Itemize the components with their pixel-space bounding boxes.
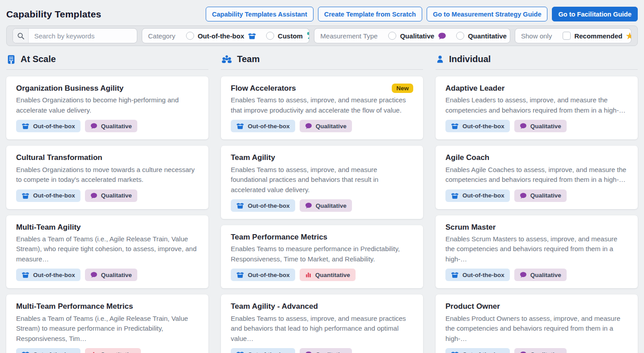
template-card[interactable]: Agile Coach Enables Agile Coaches to ass… [436, 146, 638, 209]
qualitative-badge: Qualitative [300, 120, 352, 132]
card-head: Team Agility [231, 153, 413, 162]
card-description: Enables a Team of Teams (i.e., Agile Rel… [16, 314, 199, 344]
badge-label: Quantitative [101, 351, 136, 353]
template-card[interactable]: Product Owner Enables Product Owners to … [436, 294, 638, 353]
template-card[interactable]: Organization Business Agility Enables Or… [6, 76, 208, 139]
out-of-the-box-badge: Out-of-the-box [16, 189, 80, 202]
option-label: Quantitative [468, 32, 507, 40]
badge-row: Out-of-the-box Qualitative [445, 189, 628, 202]
qualitative-badge: Qualitative [300, 348, 352, 353]
show-only-label: Show only [515, 32, 558, 40]
template-card[interactable]: Multi-Team Performance Metrics Enables a… [6, 294, 208, 353]
card-description: Enables Leaders to assess, improve, and … [445, 95, 628, 115]
badge-row: Out-of-the-box Qualitative [445, 269, 628, 281]
out-of-the-box-badge: Out-of-the-box [445, 189, 510, 202]
badge-label: Qualitative [101, 272, 132, 278]
badge-label: Qualitative [316, 351, 347, 353]
team-icon [221, 55, 233, 64]
column-header-at-scale: At Scale [6, 54, 208, 70]
measurement-option-quantitative[interactable]: Quantitative [451, 32, 510, 40]
qualitative-radio[interactable] [388, 32, 396, 40]
template-card[interactable]: Scrum Master Enables Scrum Masters to as… [436, 215, 638, 289]
template-card[interactable]: Cultural Transformation Enables Organiza… [6, 146, 208, 209]
speech-bubble-icon [90, 271, 97, 278]
building-icon [6, 55, 16, 64]
speech-bubble-icon [520, 271, 527, 278]
card-head: Organization Business Agility [16, 84, 199, 93]
card-title: Multi-Team Agility [16, 223, 81, 232]
facilitation-guide-button[interactable]: Go to Facilitation Guide [552, 7, 638, 21]
out-of-the-box-badge: Out-of-the-box [16, 120, 80, 132]
badge-row: Out-of-the-box Qualitative [16, 120, 199, 132]
column-title: Individual [449, 54, 491, 64]
box-icon [236, 351, 244, 353]
card-head: Scrum Master [445, 223, 628, 232]
template-card[interactable]: Multi-Team Agility Enables a Team of Tea… [6, 215, 208, 289]
box-icon [236, 122, 244, 130]
template-card[interactable]: Flow Accelerators New Enables Teams to a… [221, 76, 423, 139]
category-option-custom[interactable]: Custom [261, 31, 309, 40]
measurement-type-label: Measurement Type [314, 32, 383, 40]
recommended-checkbox[interactable] [563, 32, 571, 40]
card-title: Multi-Team Performance Metrics [16, 302, 133, 311]
box-icon [21, 122, 30, 130]
show-only-recommended-option[interactable]: Recommended ★ [558, 32, 631, 40]
card-title: Agile Coach [445, 153, 489, 162]
card-head: Team Agility - Advanced [231, 302, 413, 311]
quantitative-badge: Quantitative [85, 348, 141, 353]
qualitative-badge: Qualitative [85, 120, 137, 132]
template-card[interactable]: Adaptive Leader Enables Leaders to asses… [436, 76, 638, 139]
measurement-option-qualitative[interactable]: Qualitative [383, 32, 451, 40]
speech-bubble-icon [305, 351, 312, 353]
capability-templates-assistant-button[interactable]: Capability Templates Assistant [206, 7, 314, 21]
quantitative-radio[interactable] [456, 32, 464, 40]
star-icon: ★ [626, 32, 631, 40]
template-card[interactable]: Team Agility - Advanced Enables Teams to… [221, 294, 423, 353]
card-description: Enables Teams to assess, improve, and me… [231, 165, 413, 195]
card-title: Team Agility [231, 153, 275, 162]
measurement-strategy-guide-button[interactable]: Go to Measurement Strategy Guide [427, 7, 548, 21]
badge-label: Out-of-the-box [462, 192, 504, 199]
category-option-out-of-the-box[interactable]: Out-of-the-box [181, 32, 261, 40]
badge-row: Out-of-the-box Qualitative [16, 269, 199, 281]
tools-icon [306, 31, 309, 40]
search-input[interactable] [29, 32, 137, 40]
speech-bubble-icon [90, 122, 97, 130]
out-of-the-box-badge: Out-of-the-box [445, 348, 510, 353]
speech-bubble-icon [520, 351, 527, 353]
filter-bar: Category Out-of-the-box Custom Measureme… [6, 25, 638, 46]
badge-label: Qualitative [530, 192, 561, 199]
speech-bubble-icon [438, 32, 446, 40]
card-description: Enables Scrum Masters to assess, improve… [445, 234, 628, 265]
card-title: Adaptive Leader [445, 84, 504, 93]
speech-bubble-icon [90, 192, 97, 199]
badge-label: Out-of-the-box [248, 272, 290, 278]
out-of-the-box-badge: Out-of-the-box [445, 269, 510, 281]
qualitative-badge: Qualitative [514, 348, 567, 353]
badge-label: Out-of-the-box [33, 272, 75, 278]
box-icon [451, 271, 459, 278]
card-head: Cultural Transformation [16, 153, 199, 162]
template-card[interactable]: Team Agility Enables Teams to assess, im… [221, 146, 423, 219]
card-head: Agile Coach [445, 153, 628, 162]
card-title: Scrum Master [445, 223, 496, 232]
create-template-from-scratch-button[interactable]: Create Template from Scratch [318, 7, 422, 21]
box-icon [236, 202, 244, 209]
option-label: Qualitative [400, 32, 434, 40]
badge-label: Out-of-the-box [33, 192, 75, 199]
qualitative-badge: Qualitative [514, 120, 567, 132]
card-description: Enables Teams to assess, improve, and me… [231, 95, 413, 115]
qualitative-badge: Qualitative [85, 189, 137, 202]
column-team: Team Flow Accelerators New Enables Teams… [221, 54, 423, 353]
bar-chart-icon [90, 351, 97, 353]
card-title: Flow Accelerators [231, 84, 296, 93]
custom-radio[interactable] [266, 32, 274, 40]
template-columns: At Scale Organization Business Agility E… [6, 54, 638, 353]
box-icon [21, 351, 30, 353]
speech-bubble-icon [305, 122, 312, 130]
template-card[interactable]: Team Performance Metrics Enables Teams t… [221, 225, 423, 288]
out-of-the-box-radio[interactable] [186, 32, 194, 40]
card-description: Enables Teams to measure performance in … [231, 244, 413, 264]
badge-label: Out-of-the-box [248, 202, 290, 209]
badge-label: Out-of-the-box [248, 351, 290, 353]
